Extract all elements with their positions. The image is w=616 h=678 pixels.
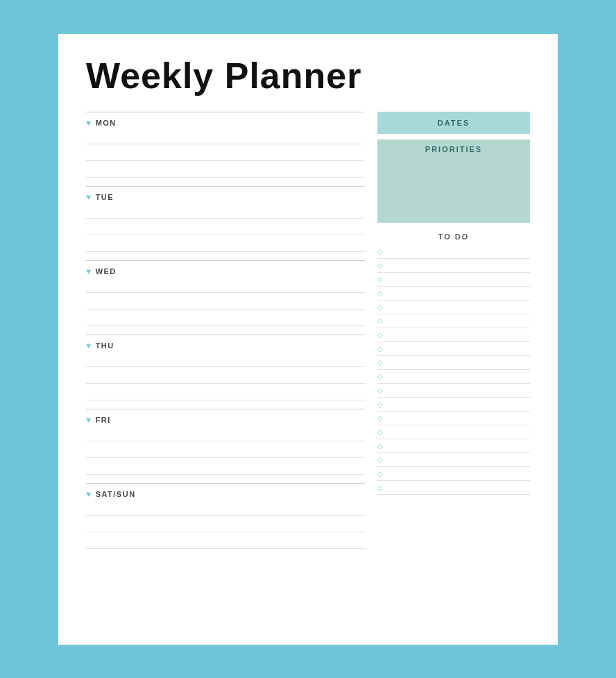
day-section-sat-sun: ♥ SAT/SUN <box>86 483 365 557</box>
day-lines-fri <box>86 429 365 475</box>
diamond-icon: ◇ <box>377 331 383 339</box>
days-column: ♥ MON ♥ TUE <box>86 112 365 557</box>
todo-line <box>387 358 530 367</box>
diamond-icon: ◇ <box>377 289 383 297</box>
diamond-icon: ◇ <box>377 456 383 464</box>
todo-line <box>387 483 530 492</box>
priorities-label: PRIORITIES <box>384 145 523 153</box>
todo-line <box>387 303 530 312</box>
todo-line <box>387 372 530 381</box>
day-section-wed: ♥ WED <box>86 260 365 334</box>
todo-section: TO DO ◇ ◇ ◇ ◇ ◇ ◇ ◇ ◇ ◇ ◇ ◇ ◇ ◇ ◇ ◇ ◇ ◇ … <box>377 232 530 495</box>
day-label-wed: ♥ WED <box>86 266 365 276</box>
diamond-icon: ◇ <box>377 400 383 408</box>
todo-item: ◇ <box>377 245 530 259</box>
day-section-mon: ♥ MON <box>86 112 365 186</box>
day-text-fri: FRI <box>96 416 111 424</box>
day-text-wed: WED <box>96 267 117 276</box>
todo-item: ◇ <box>377 314 530 328</box>
day-line <box>86 388 365 400</box>
day-line <box>86 297 365 310</box>
heart-icon-thu: ♥ <box>86 341 92 350</box>
priorities-box: PRIORITIES <box>377 139 530 223</box>
todo-line <box>387 275 530 284</box>
diamond-icon: ◇ <box>377 345 383 353</box>
day-label-fri: ♥ FRI <box>86 415 365 425</box>
diamond-icon: ◇ <box>377 442 383 450</box>
diamond-icon: ◇ <box>377 359 383 366</box>
todo-item: ◇ <box>377 273 530 287</box>
day-lines-sat-sun <box>86 503 365 549</box>
diamond-icon: ◇ <box>377 373 383 380</box>
day-line <box>86 446 365 458</box>
todo-item: ◇ <box>377 481 530 495</box>
heart-icon-sat-sun: ♥ <box>86 489 92 499</box>
todo-label: TO DO <box>377 232 530 241</box>
diamond-icon: ◇ <box>377 303 383 311</box>
page-title: Weekly Planner <box>86 55 530 96</box>
day-line <box>86 149 365 161</box>
day-line <box>86 355 365 367</box>
day-line <box>86 132 365 144</box>
day-line <box>86 536 365 549</box>
day-text-sat-sun: SAT/SUN <box>96 490 136 498</box>
diamond-icon: ◇ <box>377 428 383 436</box>
todo-item: ◇ <box>377 467 530 481</box>
todo-line <box>387 427 530 437</box>
day-line <box>86 314 365 326</box>
todo-line <box>387 316 530 325</box>
right-column: DATES PRIORITIES TO DO ◇ ◇ ◇ ◇ ◇ ◇ ◇ ◇ ◇… <box>377 112 530 557</box>
day-section-tue: ♥ TUE <box>86 186 365 260</box>
heart-icon-fri: ♥ <box>86 415 92 425</box>
diamond-icon: ◇ <box>377 276 383 283</box>
dates-box: DATES <box>377 112 530 134</box>
todo-line <box>387 289 530 298</box>
day-label-tue: ♥ TUE <box>86 192 365 202</box>
todo-item: ◇ <box>377 425 530 439</box>
day-line <box>86 239 365 252</box>
weekly-planner-page: Weekly Planner ♥ MON ♥ TUE <box>58 34 558 645</box>
day-line <box>86 520 365 532</box>
day-label-thu: ♥ THU <box>86 341 365 350</box>
todo-item: ◇ <box>377 370 530 384</box>
diamond-icon: ◇ <box>377 387 383 394</box>
day-line <box>86 223 365 235</box>
day-line <box>86 206 365 219</box>
main-layout: ♥ MON ♥ TUE <box>86 112 530 557</box>
todo-line <box>387 261 530 270</box>
todo-item: ◇ <box>377 453 530 467</box>
todo-line <box>387 455 530 464</box>
todo-item: ◇ <box>377 259 530 273</box>
diamond-icon: ◇ <box>377 262 383 269</box>
day-lines-tue <box>86 206 365 252</box>
day-lines-thu <box>86 355 365 400</box>
diamond-icon: ◇ <box>377 484 383 491</box>
todo-item: ◇ <box>377 412 530 425</box>
todo-line <box>387 441 530 450</box>
todo-item: ◇ <box>377 384 530 398</box>
day-line <box>86 462 365 475</box>
day-lines-mon <box>86 132 365 178</box>
heart-icon-mon: ♥ <box>86 118 92 128</box>
todo-line <box>387 400 530 409</box>
todo-item: ◇ <box>377 356 530 370</box>
todo-line <box>387 344 530 353</box>
todo-item: ◇ <box>377 328 530 342</box>
diamond-icon: ◇ <box>377 414 383 422</box>
day-label-mon: ♥ MON <box>86 118 365 128</box>
day-text-tue: TUE <box>96 193 114 201</box>
day-section-thu: ♥ THU <box>86 334 365 409</box>
todo-line <box>387 386 530 395</box>
todo-item: ◇ <box>377 342 530 356</box>
day-line <box>86 280 365 293</box>
todo-line <box>387 469 530 478</box>
diamond-icon: ◇ <box>377 248 383 255</box>
day-line <box>86 165 365 178</box>
todo-line <box>387 247 530 256</box>
todo-item: ◇ <box>377 398 530 412</box>
diamond-icon: ◇ <box>377 317 383 325</box>
day-line <box>86 429 365 441</box>
todo-item: ◇ <box>377 287 530 300</box>
todo-line <box>387 330 530 339</box>
todo-item: ◇ <box>377 300 530 314</box>
